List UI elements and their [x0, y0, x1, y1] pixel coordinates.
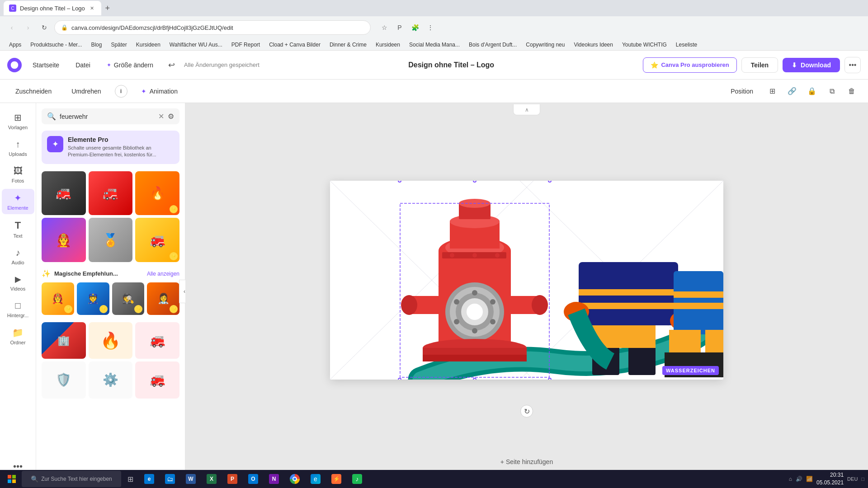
- rec-item-2[interactable]: 👮 ⭐: [77, 282, 109, 315]
- more-options-button[interactable]: •••: [844, 57, 861, 73]
- selection-handle-bl[interactable]: [398, 378, 401, 380]
- canvas-top-collapse[interactable]: ∧: [185, 103, 868, 117]
- result-item-1[interactable]: 🚒: [42, 171, 86, 216]
- bookmark-kursideen[interactable]: Kursideen: [132, 41, 164, 49]
- delete-icon[interactable]: 🗑: [844, 84, 859, 99]
- active-browser-tab[interactable]: C Design ohne Titel – Logo ✕: [4, 1, 101, 15]
- sidebar-item-text[interactable]: T Text: [2, 216, 34, 242]
- bookmark-youtube[interactable]: Youtube WICHTIG: [618, 41, 670, 49]
- taskbar-edge-chromium[interactable]: e: [306, 471, 325, 487]
- address-bar[interactable]: 🔒 canva.com/design/DAEdomzscjl/drBfjHdCo…: [54, 20, 371, 35]
- taskbar-misc-1[interactable]: ⚡: [327, 471, 346, 487]
- canva-home-button[interactable]: C: [7, 58, 22, 72]
- selection-handle-bm[interactable]: [473, 378, 476, 380]
- forward-button[interactable]: ›: [22, 21, 34, 34]
- result-item-6[interactable]: 🚒 ⭐: [135, 218, 179, 262]
- svg-rect-52: [674, 303, 723, 309]
- result-item-4[interactable]: 👨‍🚒: [42, 218, 86, 262]
- taskbar-outlook[interactable]: O: [244, 471, 263, 487]
- taskbar-word[interactable]: W: [181, 471, 200, 487]
- download-button[interactable]: ⬇ Download: [783, 58, 840, 72]
- bookmark-wahlfaecher[interactable]: Wahlfächer WU Aus...: [166, 41, 226, 49]
- more-options-icon[interactable]: ⋮: [424, 21, 437, 34]
- bookmark-produktsuche[interactable]: Produktsuche - Mer...: [27, 41, 85, 49]
- bg-item-6[interactable]: 🚒: [135, 361, 179, 398]
- selection-handle-br[interactable]: [548, 378, 552, 380]
- position-button[interactable]: Position: [724, 85, 760, 98]
- animation-button[interactable]: ✦ Animation: [135, 85, 184, 98]
- bookmark-videokurs[interactable]: Videokurs Ideen: [570, 41, 617, 49]
- result-item-2[interactable]: 🚒: [89, 171, 133, 216]
- taskbar-powerpoint[interactable]: P: [223, 471, 242, 487]
- share-button[interactable]: Teilen: [741, 57, 778, 73]
- lock-element-icon[interactable]: 🔒: [805, 84, 819, 99]
- sidebar-item-hintergruende[interactable]: □ Hintergr...: [2, 297, 34, 322]
- link-icon[interactable]: 🔗: [785, 84, 799, 99]
- rec-item-1[interactable]: 👩‍🚒 ⭐: [42, 282, 74, 315]
- canvas-frame[interactable]: WASSERZEICHEN: [330, 181, 723, 380]
- sidebar-item-fotos[interactable]: 🖼 Fotos: [2, 162, 34, 187]
- bookmark-blog[interactable]: Blog: [87, 41, 105, 49]
- bookmark-kursideen2[interactable]: Kursideen: [372, 41, 404, 49]
- close-tab-button[interactable]: ✕: [89, 5, 96, 12]
- groesse-aendern-button[interactable]: ✦ Größe ändern: [101, 59, 159, 71]
- copy-icon[interactable]: ⧉: [825, 84, 839, 99]
- taskbar-clock[interactable]: 20:31 05.05.2021: [816, 471, 844, 487]
- sidebar-item-uploads[interactable]: ↑ Uploads: [2, 136, 34, 160]
- bookmark-spaeter[interactable]: Später: [107, 41, 130, 49]
- datei-button[interactable]: Datei: [70, 59, 96, 71]
- sidebar-item-audio[interactable]: ♪ Audio: [2, 244, 34, 269]
- result-item-3[interactable]: 🔥 ⭐: [135, 171, 179, 216]
- sidebar-item-elemente[interactable]: ✦ Elemente: [2, 189, 34, 214]
- filter-button[interactable]: ⚙: [168, 112, 174, 121]
- add-page-button[interactable]: + Seite hinzufügen: [491, 455, 562, 469]
- bookmark-bois[interactable]: Bois d'Argent Duft...: [465, 41, 520, 49]
- taskbar-onenote[interactable]: N: [264, 471, 283, 487]
- flip-button[interactable]: Umdrehen: [65, 85, 107, 98]
- taskbar-chrome[interactable]: [285, 471, 304, 487]
- canva-pro-button[interactable]: ⭐ Canva Pro ausprobieren: [643, 57, 736, 73]
- bookmark-pdf[interactable]: PDF Report: [228, 41, 264, 49]
- search-input[interactable]: [60, 113, 155, 120]
- back-button[interactable]: ‹: [5, 21, 18, 34]
- bookmark-apps[interactable]: Apps: [5, 41, 25, 49]
- taskbar-explorer[interactable]: 🗂: [160, 471, 179, 487]
- sidebar-item-videos[interactable]: ▶ Videos: [2, 271, 34, 295]
- reload-button[interactable]: ↻: [38, 21, 51, 34]
- see-all-button[interactable]: Alle anzeigen: [147, 271, 179, 277]
- extensions-icon[interactable]: 🧩: [409, 21, 421, 34]
- bookmark-star-icon[interactable]: ☆: [378, 21, 391, 34]
- grid-view-icon[interactable]: ⊞: [765, 84, 779, 99]
- profile-icon[interactable]: P: [393, 21, 406, 34]
- bg-item-5[interactable]: ⚙️: [89, 361, 133, 398]
- undo-button[interactable]: ↩: [164, 58, 179, 72]
- sidebar-item-vorlagen[interactable]: ⊞ Vorlagen: [2, 108, 34, 134]
- rec-item-3[interactable]: 🕵️ ⭐: [112, 282, 145, 315]
- svg-rect-46: [579, 289, 678, 296]
- info-button[interactable]: i: [115, 85, 127, 98]
- bg-item-2[interactable]: 🔥: [89, 322, 133, 359]
- sidebar-item-ordner[interactable]: 📁 Ordner: [2, 324, 34, 349]
- crop-button[interactable]: Zuschneiden: [9, 85, 58, 98]
- rec-item-4[interactable]: 👩‍⚕️ ⭐: [147, 282, 179, 315]
- bookmark-social[interactable]: Social Media Mana...: [406, 41, 463, 49]
- bookmark-copywriting[interactable]: Copywriting neu: [522, 41, 568, 49]
- taskbar-search[interactable]: 🔍 Zur Suche Text hier eingeben: [22, 471, 121, 487]
- bg-item-4[interactable]: 🛡️: [42, 361, 86, 398]
- start-button[interactable]: [4, 471, 20, 487]
- taskbar-excel[interactable]: X: [202, 471, 221, 487]
- rotate-handle[interactable]: ↻: [520, 405, 533, 418]
- taskbar-task-view[interactable]: ⊞: [123, 471, 138, 487]
- new-tab-button[interactable]: +: [101, 2, 114, 14]
- taskbar-misc-2[interactable]: ♪: [348, 471, 367, 487]
- bg-item-3[interactable]: 🚒 ⭐: [135, 322, 179, 359]
- startseite-button[interactable]: Startseite: [27, 59, 65, 71]
- bookmark-dinner[interactable]: Dinner & Crime: [326, 41, 370, 49]
- taskbar-edge[interactable]: e: [140, 471, 159, 487]
- bg-item-1[interactable]: 🏢: [42, 322, 86, 359]
- search-icon: 🔍: [47, 112, 56, 121]
- bookmark-cload[interactable]: Cload + Canva Bilder: [265, 41, 324, 49]
- result-item-5[interactable]: 🏅: [89, 218, 133, 262]
- bookmark-leseliste[interactable]: Leseliste: [672, 41, 701, 49]
- clear-search-button[interactable]: ✕: [158, 112, 164, 121]
